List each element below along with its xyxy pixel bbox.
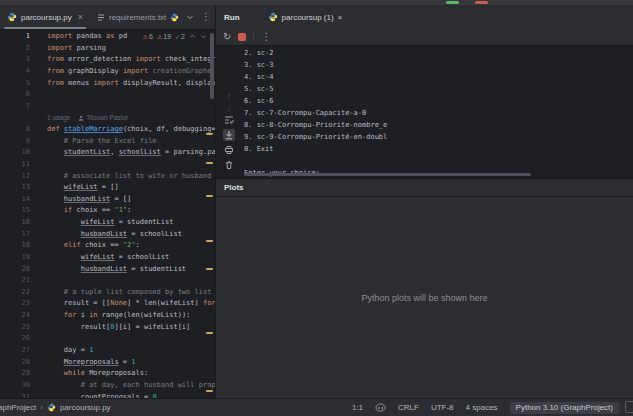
notifications-icon[interactable] bbox=[625, 401, 633, 413]
line-number[interactable]: 1 bbox=[0, 31, 30, 42]
line-number[interactable]: 17 bbox=[0, 229, 30, 240]
code-editor[interactable]: 1234567891011121314151617181920212223242… bbox=[0, 30, 215, 398]
run-header: Run parcoursup (1) × bbox=[216, 5, 633, 30]
line-ending-widget[interactable]: CRLF bbox=[398, 403, 419, 412]
errors-badge[interactable]: ⚠ 6 bbox=[143, 33, 153, 40]
active-tab-indicator bbox=[4, 27, 86, 29]
breadcrumb-project[interactable]: aphProject bbox=[0, 403, 36, 412]
warning-triangle-icon: ⚠ bbox=[157, 33, 162, 40]
console-line: 9. sc-9-Corrompu-Priorité-en-doubl bbox=[244, 132, 387, 143]
run-tab-parcoursup-1[interactable]: parcoursup (1) × bbox=[262, 5, 353, 29]
line-number[interactable]: 5 bbox=[0, 78, 30, 89]
plots-panel-header[interactable]: Plots bbox=[216, 178, 633, 197]
line-number[interactable]: 24 bbox=[0, 310, 30, 321]
line-number[interactable]: 30 bbox=[0, 380, 30, 391]
text-file-icon bbox=[97, 13, 105, 22]
warnings-badge[interactable]: ⚠ 19 bbox=[157, 33, 171, 40]
breadcrumb-separator: › bbox=[40, 403, 43, 412]
kebab-menu-icon[interactable]: ⋮ bbox=[261, 32, 271, 42]
line-number[interactable]: 26 bbox=[0, 333, 30, 344]
rerun-icon[interactable]: ↻ bbox=[223, 32, 231, 42]
code-line: wifeList = studentList bbox=[47, 217, 173, 228]
breadcrumb-file[interactable]: parcoursup.py bbox=[60, 403, 111, 412]
line-number[interactable]: 2 bbox=[0, 43, 30, 54]
soft-wrap-icon[interactable] bbox=[223, 114, 235, 126]
passed-badge[interactable]: ✓ 2 bbox=[175, 33, 185, 40]
author-hint[interactable]: Titouan Pastor bbox=[86, 112, 128, 123]
console-line: 0. Exit bbox=[244, 144, 274, 155]
console-line: 5. sc-5 bbox=[244, 84, 274, 95]
next-problem-chevron-icon[interactable] bbox=[200, 33, 207, 40]
line-number[interactable]: 18 bbox=[0, 240, 30, 251]
encoding-widget[interactable]: UTF-8 bbox=[431, 403, 454, 412]
line-number[interactable]: 6 bbox=[0, 89, 30, 100]
kebab-menu-icon[interactable]: ⋮ bbox=[201, 12, 211, 22]
line-number[interactable]: 27 bbox=[0, 345, 30, 356]
code-line: result[0][i] = wifeList[i] bbox=[47, 322, 190, 333]
chevron-down-icon[interactable] bbox=[186, 13, 194, 21]
run-file-python-icon[interactable] bbox=[170, 13, 179, 22]
line-number[interactable]: 29 bbox=[0, 368, 30, 379]
run-tool-window: Run parcoursup (1) × ↻ ⋮ ↑ ↓ bbox=[215, 5, 633, 398]
print-icon[interactable] bbox=[223, 144, 235, 156]
red-tab-marker bbox=[475, 1, 488, 4]
prev-problem-chevron-icon[interactable] bbox=[189, 33, 196, 40]
code-line: day = 1 bbox=[47, 345, 93, 356]
copilot-icon[interactable] bbox=[375, 403, 386, 412]
line-number[interactable]: 25 bbox=[0, 322, 30, 333]
error-triangle-icon: ⚠ bbox=[143, 33, 148, 40]
python-icon bbox=[7, 12, 17, 22]
line-number[interactable]: 9 bbox=[0, 136, 30, 147]
line-number[interactable]: 16 bbox=[0, 217, 30, 228]
tab-requirements-txt[interactable]: requirements.txt bbox=[90, 5, 173, 29]
line-number[interactable]: 15 bbox=[0, 205, 30, 216]
line-number[interactable]: 20 bbox=[0, 264, 30, 275]
warning-stripe-mark bbox=[206, 133, 213, 135]
tab-label: requirements.txt bbox=[109, 13, 166, 22]
tab-parcoursup-py[interactable]: parcoursup.py × bbox=[0, 5, 90, 29]
code-line: # a tuple list composed by two list i bbox=[47, 287, 215, 298]
code-line: while Moreproposals: bbox=[47, 368, 148, 379]
console-line: 8. sc-8-Corrompu-Priorite-nombre_e bbox=[244, 120, 387, 131]
close-icon[interactable]: × bbox=[338, 13, 343, 22]
code-line: wifeList = [] bbox=[47, 182, 119, 193]
line-number[interactable]: 19 bbox=[0, 252, 30, 263]
close-icon[interactable]: × bbox=[78, 13, 83, 22]
line-number[interactable]: 13 bbox=[0, 182, 30, 193]
line-number[interactable]: 22 bbox=[0, 287, 30, 298]
line-number[interactable]: 12 bbox=[0, 171, 30, 182]
code-line: for i in range(len(wifeList)): bbox=[47, 310, 190, 321]
python-interpreter-widget[interactable]: Python 3.10 (GraphProject) bbox=[510, 402, 619, 414]
caret-position-widget[interactable]: 1:1 bbox=[352, 403, 363, 412]
usages-hint[interactable]: 1 usage bbox=[47, 112, 70, 123]
down-stack-trace-icon[interactable]: ↓ bbox=[223, 102, 235, 114]
warning-stripe-mark bbox=[206, 162, 213, 164]
code-line: import pandas as pd bbox=[47, 31, 127, 42]
line-number[interactable]: 7 bbox=[0, 101, 30, 112]
code-line: from menus import displayResult, display… bbox=[47, 78, 215, 89]
line-number[interactable]: 10 bbox=[0, 147, 30, 158]
clear-console-trash-icon[interactable] bbox=[223, 159, 235, 171]
scroll-to-end-icon[interactable] bbox=[223, 129, 235, 141]
line-number[interactable]: 8 bbox=[0, 124, 30, 135]
breadcrumb[interactable]: aphProject › parcoursup.py bbox=[0, 403, 111, 412]
line-number[interactable]: 28 bbox=[0, 357, 30, 368]
inspections-widget[interactable]: ⚠ 6 ⚠ 19 ✓ 2 bbox=[143, 31, 207, 42]
run-window-title[interactable]: Run bbox=[224, 13, 240, 22]
code-line: wifeList = schoolList bbox=[47, 252, 169, 263]
line-number[interactable]: 21 bbox=[0, 275, 30, 286]
line-number[interactable]: 11 bbox=[0, 159, 30, 170]
up-stack-trace-icon[interactable]: ↑ bbox=[223, 90, 235, 102]
plots-panel: Python plots will be shown here bbox=[216, 197, 633, 398]
run-console-output[interactable]: 2. sc-23. sc-34. sc-45. sc-56. sc-67. sc… bbox=[240, 46, 633, 179]
line-number[interactable]: 4 bbox=[0, 66, 30, 77]
code-line: husbandList = studentList bbox=[47, 264, 186, 275]
editor-scrollbar[interactable] bbox=[210, 33, 214, 99]
line-number[interactable]: 3 bbox=[0, 54, 30, 65]
line-number[interactable]: 14 bbox=[0, 194, 30, 205]
indent-widget[interactable]: 4 spaces bbox=[466, 403, 498, 412]
warning-stripe-mark bbox=[206, 332, 213, 334]
console-horizontal-scrollbar[interactable] bbox=[244, 173, 531, 176]
stop-icon[interactable] bbox=[238, 33, 246, 41]
line-number[interactable]: 23 bbox=[0, 298, 30, 309]
